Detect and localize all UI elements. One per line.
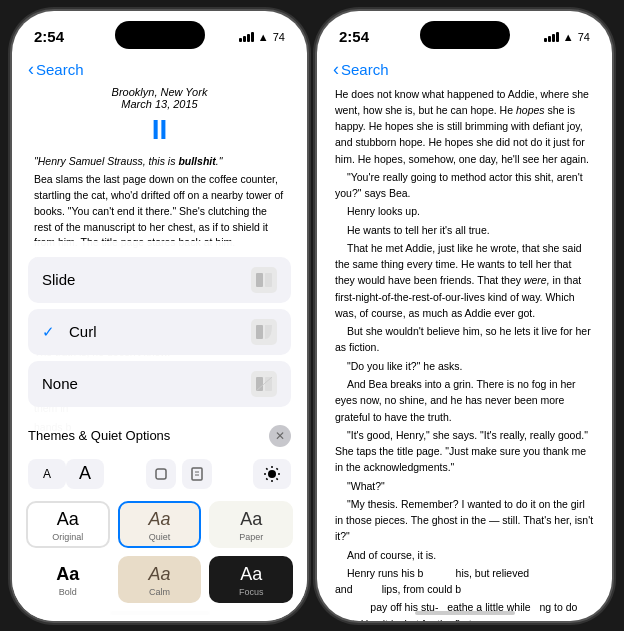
theme-bold[interactable]: Aa Bold bbox=[26, 556, 110, 603]
slide-options: Slide ✓ Curl bbox=[12, 253, 307, 421]
svg-line-18 bbox=[266, 478, 267, 479]
theme-paper-aa: Aa bbox=[240, 509, 262, 530]
theme-focus-name: Focus bbox=[239, 587, 264, 597]
svg-line-15 bbox=[266, 468, 267, 469]
back-arrow-icon-right: ‹ bbox=[333, 59, 339, 80]
svg-rect-6 bbox=[156, 469, 166, 479]
theme-original-name: Original bbox=[52, 532, 83, 542]
svg-point-10 bbox=[268, 470, 276, 478]
back-label-right: Search bbox=[341, 61, 389, 78]
right-phone: 2:54 ▲ 74 ‹ S bbox=[317, 11, 612, 621]
status-icons-left: ▲ 74 bbox=[239, 31, 285, 43]
font-icon-row bbox=[104, 459, 253, 489]
dynamic-island-right bbox=[420, 21, 510, 49]
svg-rect-3 bbox=[256, 377, 263, 391]
wifi-icon-right: ▲ bbox=[563, 31, 574, 43]
theme-paper[interactable]: Aa Paper bbox=[209, 501, 293, 548]
theme-quiet[interactable]: Aa Quiet bbox=[118, 501, 202, 548]
book-chapter: II bbox=[34, 114, 285, 146]
signal-icon-right bbox=[544, 32, 559, 42]
wifi-icon: ▲ bbox=[258, 31, 269, 43]
themes-title: Themes & Quiet Options bbox=[28, 428, 170, 443]
themes-grid: Aa Original Aa Quiet Aa Paper Aa Bold bbox=[12, 495, 307, 611]
theme-calm-aa: Aa bbox=[148, 564, 170, 585]
checkmark-icon: ✓ bbox=[42, 323, 55, 341]
font-size-row: A A bbox=[12, 453, 307, 495]
brightness-button[interactable] bbox=[253, 459, 291, 489]
font-style-button[interactable] bbox=[146, 459, 176, 489]
back-button-right[interactable]: ‹ Search bbox=[333, 59, 389, 80]
svg-rect-2 bbox=[256, 325, 263, 339]
theme-calm[interactable]: Aa Calm bbox=[118, 556, 202, 603]
slide-option-label: Slide bbox=[42, 271, 75, 288]
curl-option-row[interactable]: ✓ Curl bbox=[28, 309, 291, 355]
theme-original[interactable]: Aa Original bbox=[26, 501, 110, 548]
font-book-button[interactable] bbox=[182, 459, 212, 489]
book-location: Brooklyn, New York March 13, 2015 bbox=[34, 86, 285, 110]
nav-bar-left: ‹ Search bbox=[12, 55, 307, 86]
theme-bold-aa: Aa bbox=[56, 564, 79, 585]
signal-icon bbox=[239, 32, 254, 42]
time-right: 2:54 bbox=[339, 28, 369, 45]
close-button[interactable]: ✕ bbox=[269, 425, 291, 447]
book-content-right: He does not know what happened to Addie,… bbox=[317, 86, 612, 621]
svg-rect-4 bbox=[265, 377, 272, 391]
theme-calm-name: Calm bbox=[149, 587, 170, 597]
none-option-row[interactable]: None bbox=[28, 361, 291, 407]
theme-bold-name: Bold bbox=[59, 587, 77, 597]
curl-icon bbox=[251, 319, 277, 345]
svg-line-16 bbox=[276, 478, 277, 479]
themes-header: Themes & Quiet Options ✕ bbox=[12, 421, 307, 453]
right-book-text: He does not know what happened to Addie,… bbox=[335, 86, 594, 621]
back-label-left: Search bbox=[36, 61, 84, 78]
theme-focus-aa: Aa bbox=[240, 564, 262, 585]
theme-quiet-aa: Aa bbox=[148, 509, 170, 530]
svg-rect-7 bbox=[192, 468, 202, 480]
dynamic-island bbox=[115, 21, 205, 49]
svg-rect-1 bbox=[265, 273, 272, 287]
theme-original-aa: Aa bbox=[57, 509, 79, 530]
slide-icon bbox=[251, 267, 277, 293]
curl-option-label: Curl bbox=[69, 323, 97, 340]
battery-icon-right: 74 bbox=[578, 31, 590, 43]
status-icons-right: ▲ 74 bbox=[544, 31, 590, 43]
slide-option-row[interactable]: Slide bbox=[28, 257, 291, 303]
home-indicator-right bbox=[415, 611, 515, 615]
overlay-panel: Slide ✓ Curl bbox=[12, 241, 307, 621]
theme-focus[interactable]: Aa Focus bbox=[209, 556, 293, 603]
time-left: 2:54 bbox=[34, 28, 64, 45]
svg-rect-0 bbox=[256, 273, 263, 287]
none-icon bbox=[251, 371, 277, 397]
font-decrease-button[interactable]: A bbox=[28, 459, 66, 489]
left-phone: 2:54 ▲ 74 ‹ S bbox=[12, 11, 307, 621]
font-increase-button[interactable]: A bbox=[66, 459, 104, 489]
none-option-label: None bbox=[42, 375, 78, 392]
svg-line-17 bbox=[276, 468, 277, 469]
back-arrow-icon: ‹ bbox=[28, 59, 34, 80]
battery-icon: 74 bbox=[273, 31, 285, 43]
nav-bar-right: ‹ Search bbox=[317, 55, 612, 86]
theme-paper-name: Paper bbox=[239, 532, 263, 542]
theme-quiet-name: Quiet bbox=[149, 532, 171, 542]
back-button-left[interactable]: ‹ Search bbox=[28, 59, 84, 80]
